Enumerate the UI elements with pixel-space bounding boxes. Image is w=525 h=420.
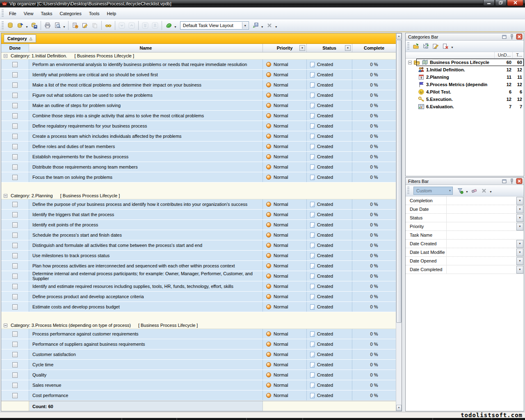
task-row[interactable]: Determine internal and external process … [1, 271, 396, 281]
tree-collapse-icon[interactable] [408, 61, 412, 64]
scroll-up-button[interactable]: ▲ [396, 33, 402, 39]
filter-dropdown-button[interactable]: ▼ [516, 257, 523, 265]
filter-value-field[interactable] [447, 222, 516, 231]
filter-value-field[interactable] [447, 248, 516, 256]
filter-value-field[interactable] [447, 231, 524, 239]
view-glasses-icon[interactable] [103, 21, 113, 30]
delete-layout-icon[interactable] [265, 21, 274, 30]
task-row[interactable]: Figure out what solutions can be used to… [1, 90, 396, 100]
done-checkbox[interactable] [12, 304, 18, 310]
done-checkbox[interactable] [12, 62, 18, 67]
save-layout-dropdown-arrow[interactable]: ▼ [261, 25, 264, 28]
task-row[interactable]: Identify what problems are critical and … [1, 70, 396, 80]
done-checkbox[interactable] [12, 134, 18, 139]
task-row[interactable]: Make an outline of steps for problem sol… [1, 100, 396, 111]
task-name[interactable]: Create a process team which includes ind… [29, 131, 263, 141]
task-name[interactable]: Perform an environmental analysis to ide… [29, 59, 263, 69]
task-row[interactable]: Plan how process activities are intercon… [1, 261, 396, 271]
done-checkbox[interactable] [12, 123, 18, 129]
tree-category-row[interactable]: 5.Execution.1212 [406, 96, 524, 103]
new-subcategory-icon[interactable] [421, 41, 431, 51]
task-row[interactable]: Performance of suppliers against busines… [1, 339, 396, 349]
task-row[interactable]: Define regulatory requirements for your … [1, 121, 396, 131]
menu-tasks[interactable]: Tasks [37, 9, 56, 18]
done-checkbox[interactable] [12, 202, 18, 207]
menu-tools[interactable]: Tools [85, 9, 103, 18]
filters-restore-button[interactable] [501, 178, 508, 184]
new-category-icon[interactable] [411, 41, 421, 51]
edit-task-icon[interactable] [80, 21, 90, 30]
done-checkbox[interactable] [12, 233, 18, 238]
task-row[interactable]: Cycle timeNormalCreated0 % [1, 360, 396, 370]
done-checkbox[interactable] [12, 103, 18, 108]
move-up-icon[interactable] [127, 21, 137, 30]
task-row[interactable]: Distribute those requirements among team… [1, 162, 396, 172]
filter-dropdown-button[interactable]: ▼ [516, 240, 523, 248]
categories-restore-button[interactable] [501, 34, 508, 40]
task-row[interactable]: Focus the team on solving the problemsNo… [1, 172, 396, 183]
open-database-dropdown-arrow[interactable]: ▼ [25, 25, 28, 28]
task-row[interactable]: Define roles and duties of team membersN… [1, 142, 396, 152]
task-name[interactable]: Establish requirements for the business … [29, 152, 263, 162]
move-bottom-icon[interactable] [140, 21, 150, 30]
filter-value-field[interactable] [447, 265, 516, 274]
done-checkbox[interactable] [12, 263, 18, 269]
task-row[interactable]: QualityNormalCreated0 % [1, 370, 396, 380]
filter-dropdown-button[interactable]: ▼ [516, 214, 523, 222]
categories-columns-header[interactable]: UnD... T... [406, 52, 524, 59]
category-group-header[interactable]: Category: 2.Planning[ Business Process L… [1, 192, 396, 199]
menu-view[interactable]: View [20, 9, 37, 18]
done-checkbox[interactable] [12, 352, 18, 357]
column-header-status[interactable]: Status ▼ [307, 44, 352, 52]
open-database-icon[interactable] [15, 21, 25, 30]
task-name[interactable]: Distinguish and formulate all activities… [29, 240, 263, 250]
print-preview-icon[interactable] [52, 21, 62, 30]
task-row[interactable]: Cost performanceNormalCreated0 % [1, 390, 396, 401]
done-checkbox[interactable] [12, 72, 18, 78]
done-checkbox[interactable] [12, 342, 18, 347]
task-name[interactable]: Identify exit points of the process [29, 220, 263, 230]
filters-overflow-arrow[interactable]: ▼ [489, 190, 492, 193]
done-checkbox[interactable] [12, 393, 18, 398]
clear-filter-icon[interactable] [469, 186, 479, 196]
column-header-name[interactable]: Name [29, 44, 263, 52]
filters-close-button[interactable] [516, 178, 523, 184]
edit-category-icon[interactable] [431, 41, 441, 51]
task-name[interactable]: Performance of suppliers against busines… [29, 339, 263, 349]
task-name[interactable]: Cycle time [29, 360, 263, 370]
task-name[interactable]: Make an outline of steps for problem sol… [29, 100, 263, 110]
done-checkbox[interactable] [12, 154, 18, 160]
filter-value-field[interactable] [447, 257, 516, 265]
layout-combobox-arrow[interactable]: ▼ [242, 22, 248, 29]
filters-pin-button[interactable] [509, 178, 515, 184]
task-name[interactable]: Customer satisfaction [29, 349, 263, 359]
category-group-header[interactable]: Category: 1.Initial Definition.[ Busines… [1, 52, 396, 59]
task-name[interactable]: Identify the triggers that start the pro… [29, 210, 263, 219]
duplicate-task-icon[interactable] [90, 21, 100, 30]
color-theme-icon[interactable] [164, 21, 173, 30]
task-row[interactable]: Sales revenueNormalCreated0 % [1, 380, 396, 390]
task-row[interactable]: Define the purpose of your business proc… [1, 199, 396, 210]
task-name[interactable]: Distribute those requirements among team… [29, 162, 263, 172]
close-button[interactable] [507, 0, 523, 6]
task-name[interactable]: Plan how process activities are intercon… [29, 261, 263, 271]
minimize-button[interactable] [483, 0, 495, 6]
toolbar-overflow-arrow[interactable]: ▼ [275, 25, 278, 28]
filter-value-field[interactable] [447, 214, 516, 222]
categories-close-button[interactable] [516, 34, 523, 40]
done-checkbox[interactable] [12, 144, 18, 149]
filter-dropdown-button[interactable]: ▼ [516, 249, 523, 256]
scrollbar-thumb[interactable] [396, 40, 402, 323]
layout-combobox[interactable]: Default Task View Layout ▼ [180, 21, 249, 30]
done-checkbox[interactable] [12, 212, 18, 217]
filter-value-field[interactable] [447, 196, 516, 205]
task-row[interactable]: Distinguish and formulate all activities… [1, 240, 396, 251]
task-name[interactable]: Identify what problems are critical and … [29, 70, 263, 80]
tree-category-row[interactable]: 4.Pilot Test.66 [406, 88, 524, 96]
delete-filter-icon[interactable] [479, 186, 489, 196]
task-name[interactable]: Define roles and duties of team members [29, 142, 263, 151]
tree-category-row[interactable]: 6.Evaluation.77 [406, 103, 524, 110]
filter-dropdown-button[interactable]: ▼ [516, 266, 523, 274]
done-checkbox[interactable] [12, 175, 18, 180]
done-checkbox[interactable] [12, 253, 18, 258]
